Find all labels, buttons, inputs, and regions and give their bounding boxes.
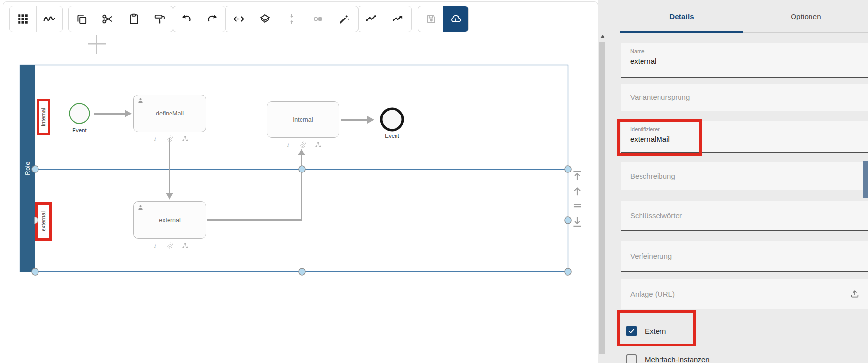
paste-button[interactable]: [121, 6, 147, 32]
cut-scissors-icon: [101, 13, 114, 25]
toggle-circles-button[interactable]: [305, 6, 331, 32]
field-schluesselwoerter-label: Schlüsselwörter: [630, 201, 682, 230]
cloud-upload-icon: [450, 13, 462, 25]
save-disk-icon: [425, 13, 437, 25]
task-definemail[interactable]: defineMail: [133, 95, 206, 132]
equals-icon: [571, 199, 584, 212]
vertical-align-center-icon: [285, 13, 298, 25]
scribble-gesture-icon: [43, 13, 56, 25]
person-icon: [137, 204, 144, 211]
save-button[interactable]: [418, 6, 443, 32]
sitemap-icon[interactable]: [315, 141, 321, 148]
grid-menu-button[interactable]: [10, 6, 36, 32]
toolbar-group-lines: [358, 6, 412, 32]
field-schluesselwoerter[interactable]: Schlüsselwörter: [621, 201, 868, 231]
copy-button[interactable]: [69, 6, 95, 32]
panel-tabs: Details Optionen: [620, 0, 868, 33]
task-internal[interactable]: internal: [267, 101, 339, 138]
layers-button[interactable]: [252, 6, 278, 32]
checkbox-row-mehrfach-instanzen[interactable]: Mehrfach-Instanzen: [626, 353, 710, 363]
sitemap-icon[interactable]: [182, 242, 189, 249]
lane-move-up-button[interactable]: [571, 185, 584, 197]
person-icon: [137, 97, 144, 104]
lane-external-highlight: external: [35, 202, 52, 241]
code-expand-icon: [232, 13, 245, 25]
cloud-upload-button[interactable]: [443, 6, 468, 32]
tab-optionen[interactable]: Optionen: [744, 0, 868, 33]
panel-right-scrollbar-thumb[interactable]: [863, 161, 868, 198]
toolbar-separator: [7, 34, 601, 34]
lane-equal-size-button[interactable]: [571, 199, 584, 212]
task-definemail-badges: [133, 135, 206, 142]
move-to-bottom-icon: [571, 215, 584, 228]
task-label: defineMail: [156, 110, 184, 117]
field-name-label: Name: [630, 48, 644, 54]
field-verfeinerung-label: Verfeinerung: [630, 241, 672, 271]
pool-role-bar[interactable]: Role: [20, 65, 35, 272]
lane-move-to-bottom-button[interactable]: [571, 215, 584, 228]
upload-icon[interactable]: [849, 288, 860, 299]
format-paint-button[interactable]: [147, 6, 173, 32]
magic-wand-button[interactable]: [331, 6, 358, 32]
task-external-badges: [133, 242, 206, 249]
field-beschreibung-label: Beschreibung: [630, 162, 675, 190]
info-icon[interactable]: [151, 135, 158, 142]
vertical-align-center-button[interactable]: [278, 6, 304, 32]
paperclip-icon[interactable]: [300, 141, 306, 148]
magic-wand-icon: [338, 13, 351, 25]
copy-icon: [75, 13, 88, 25]
task-label: external: [159, 217, 180, 224]
start-event-label: Event: [65, 127, 94, 133]
mehrfach-instanzen-checkbox-label: Mehrfach-Instanzen: [645, 355, 710, 363]
code-expand-button[interactable]: [226, 6, 252, 32]
lane-internal-label[interactable]: Internal: [40, 108, 46, 126]
undo-icon: [180, 13, 193, 25]
task-external[interactable]: external: [133, 201, 206, 239]
toolbar-group-clipboard: [68, 6, 173, 32]
polyline-button[interactable]: [359, 6, 385, 32]
cut-button[interactable]: [95, 6, 121, 32]
panel-scrollbar-thumb[interactable]: [599, 42, 605, 354]
paperclip-icon[interactable]: [167, 135, 173, 142]
trending-up-button[interactable]: [385, 6, 411, 32]
field-anlage-url-label: Anlage (URL): [630, 279, 675, 309]
info-icon[interactable]: [151, 242, 158, 249]
field-variantenursprung-label: Variantenursprung: [630, 84, 690, 111]
paperclip-icon[interactable]: [167, 242, 173, 249]
active-tab-underline: [620, 31, 743, 33]
tab-details[interactable]: Details: [620, 0, 744, 33]
info-icon[interactable]: [284, 141, 291, 148]
pool-role-label: Role: [24, 161, 31, 175]
toolbar-group-save: [418, 6, 469, 32]
field-verfeinerung[interactable]: Verfeinerung: [621, 241, 868, 272]
field-name-value: external: [630, 57, 656, 65]
scribble-gesture-button[interactable]: [36, 6, 63, 32]
field-name[interactable]: Name external: [621, 43, 868, 78]
paste-clipboard-icon: [128, 13, 140, 25]
redo-button[interactable]: [199, 6, 225, 32]
task-internal-badges: [267, 141, 339, 148]
panel-scrollbar-up-arrow[interactable]: [600, 35, 605, 38]
identifizierer-highlight-box: [617, 119, 702, 156]
move-to-top-icon: [571, 169, 584, 182]
trending-up-icon: [392, 13, 404, 25]
polyline-icon: [365, 13, 378, 25]
modeler-canvas-card: [3, 1, 598, 363]
field-beschreibung[interactable]: Beschreibung: [621, 162, 868, 190]
toggle-circles-icon: [312, 13, 324, 25]
redo-icon: [206, 13, 219, 25]
properties-panel: Details Optionen Name external Varianten…: [598, 0, 868, 363]
undo-button[interactable]: [173, 6, 199, 32]
mehrfach-instanzen-checkbox[interactable]: [626, 354, 637, 363]
layers-icon: [259, 13, 271, 25]
lane-internal-highlight: Internal: [37, 99, 50, 135]
move-up-icon: [571, 185, 584, 197]
end-event-label: Event: [377, 133, 407, 139]
field-anlage-url[interactable]: Anlage (URL): [621, 279, 868, 309]
lane-move-to-top-button[interactable]: [571, 169, 584, 182]
field-variantenursprung[interactable]: Variantenursprung: [621, 84, 868, 111]
grid-menu-icon: [17, 13, 29, 25]
toolbar-group-nav: [9, 6, 63, 32]
lane-external-label[interactable]: external: [40, 211, 46, 231]
sitemap-icon[interactable]: [182, 135, 189, 142]
